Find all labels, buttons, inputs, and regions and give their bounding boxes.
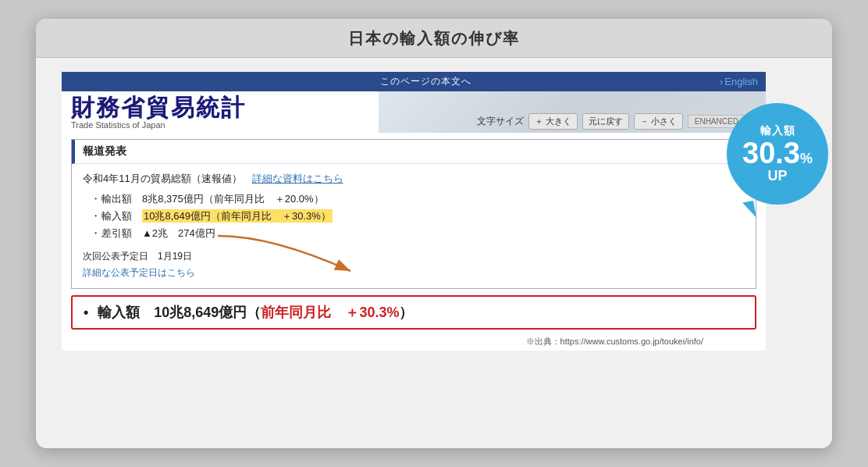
main-content-box: 報道発表 令和4年11月の貿易総額（速報値） 詳細な資料はこちら 輸出額 8兆8… <box>71 139 756 289</box>
chevron-icon: › <box>720 76 723 87</box>
site-logo: 財務省貿易統計 Trade Statistics of Japan <box>71 96 246 130</box>
font-large-button[interactable]: ＋ 大きく <box>528 113 578 130</box>
import-rate-bubble: 輸入額 30.3% UP <box>727 103 828 205</box>
bubble-number: 30.3 <box>742 138 800 168</box>
font-reset-button[interactable]: 元に戻す <box>582 113 629 130</box>
exports-value: 8兆8,375億円（前年同月比 ＋20.0%） <box>142 193 324 205</box>
callout-box: • 輸入額 10兆8,649億円（前年同月比 ＋30.3%） <box>71 295 756 330</box>
callout-text-prefix: 輸入額 10兆8,649億円（ <box>98 303 261 322</box>
bubble-percent: % <box>800 152 813 166</box>
top-navigation: このページの本文へ › English <box>62 72 766 91</box>
callout-bullet: • <box>84 305 88 321</box>
top-nav-center-text[interactable]: このページの本文へ <box>380 75 471 88</box>
browser-frame: このページの本文へ › English 財務省貿易統計 Trade Statis… <box>62 72 766 351</box>
section-header: 報道発表 <box>72 140 756 164</box>
imports-item: 輸入額 10兆8,649億円（前年同月比 ＋30.3%） <box>91 208 745 225</box>
imports-label: 輸入額 <box>101 210 132 222</box>
slide-title: 日本の輸入額の伸び率 <box>36 19 832 58</box>
site-header: 財務省貿易統計 Trade Statistics of Japan 文字サイズ … <box>62 91 766 133</box>
callout-text-suffix: ） <box>399 303 413 322</box>
bubble-up: UP <box>767 168 787 184</box>
english-link[interactable]: › English <box>720 76 758 87</box>
diff-item: 差引額 ▲2兆 274億円 <box>91 225 745 242</box>
detail-link[interactable]: 詳細な資料はこちら <box>252 173 343 184</box>
section-body: 令和4年11月の貿易総額（速報値） 詳細な資料はこちら 輸出額 8兆8,375億… <box>72 164 756 288</box>
exports-label: 輸出額 <box>101 193 132 205</box>
next-announce-date: 1月19日 <box>158 251 192 262</box>
font-size-label: 文字サイズ <box>477 115 524 128</box>
font-size-controls: 文字サイズ ＋ 大きく 元に戻す － 小さく ENHANCED BY <box>477 113 758 130</box>
diff-value: ▲2兆 274億円 <box>142 227 215 239</box>
logo-english: Trade Statistics of Japan <box>71 120 246 130</box>
font-small-button[interactable]: － 小さく <box>634 113 683 130</box>
next-announce-link[interactable]: 詳細な公表予定日はこちら <box>83 267 195 278</box>
bubble-label: 輸入額 <box>760 124 795 138</box>
logo-japanese: 財務省貿易統計 <box>71 96 246 119</box>
trade-title-line: 令和4年11月の貿易総額（速報値） 詳細な資料はこちら <box>83 170 745 187</box>
diff-label: 差引額 <box>101 227 132 239</box>
trade-title-text: 令和4年11月の貿易総額（速報値） <box>83 173 242 184</box>
exports-item: 輸出額 8兆8,375億円（前年同月比 ＋20.0%） <box>91 191 745 208</box>
source-citation: ※出典：https://www.customs.go.jp/toukei/inf… <box>62 336 703 351</box>
trade-bullet-list: 輸出額 8兆8,375億円（前年同月比 ＋20.0%） 輸入額 10兆8,649… <box>83 191 745 242</box>
callout-text-red: 前年同月比 ＋30.3% <box>261 303 399 322</box>
next-announce-label: 次回公表予定日 <box>83 251 148 262</box>
next-announce: 次回公表予定日 1月19日 詳細な公表予定日はこちら <box>83 248 745 280</box>
imports-value-highlight: 10兆8,649億円（前年同月比 ＋30.3%） <box>142 209 333 223</box>
